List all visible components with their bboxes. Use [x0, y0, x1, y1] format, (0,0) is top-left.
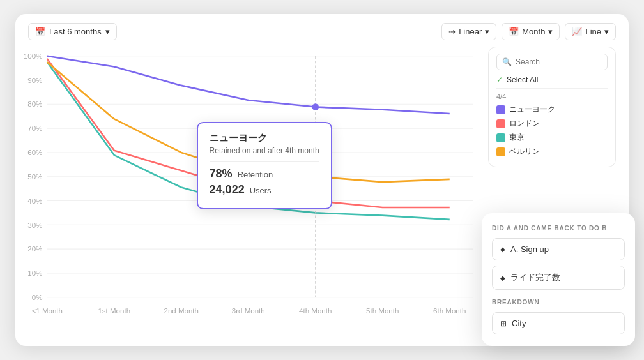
chevron-down-icon-linear: ▾ — [485, 27, 489, 36]
svg-text:1st Month: 1st Month — [98, 307, 130, 315]
legend-label-tokyo: 東京 — [509, 132, 525, 143]
legend-search-input[interactable] — [516, 57, 602, 66]
svg-point-30 — [312, 103, 319, 110]
svg-text:90%: 90% — [27, 77, 42, 84]
legend-label-berlin: ベルリン — [509, 146, 540, 157]
svg-text:20%: 20% — [27, 245, 42, 253]
month-control-button[interactable]: 📅 Month ▾ — [502, 23, 560, 40]
legend-count: 4/4 — [496, 93, 608, 100]
svg-text:70%: 70% — [27, 124, 42, 132]
tooltip: ニューヨーク Retained on and after 4th month 7… — [197, 122, 332, 209]
table-icon: ⊞ — [500, 319, 507, 328]
svg-text:30%: 30% — [27, 221, 42, 229]
month-label: Month — [522, 27, 545, 36]
svg-text:60%: 60% — [27, 149, 42, 156]
date-filter-button[interactable]: 📅 Last 6 months ▾ — [28, 23, 117, 40]
legend-item-berlin[interactable]: ベルリン — [496, 146, 608, 157]
action-a-button[interactable]: ◆ A. Sign up — [492, 238, 625, 260]
line-control-button[interactable]: 📈 Line ▾ — [565, 23, 616, 40]
diamond-a-icon: ◆ — [500, 246, 505, 253]
svg-text:100%: 100% — [24, 52, 43, 60]
tooltip-retention-value: 78% — [210, 167, 233, 181]
side-card: DID A AND CAME BACK TO DO B ◆ A. Sign up… — [482, 213, 635, 346]
line-label: Line — [585, 27, 601, 36]
linear-icon: ⇢ — [448, 27, 456, 36]
legend-color-berlin — [496, 147, 505, 156]
tooltip-users-label: Users — [250, 186, 272, 195]
breakdown-city-label: City — [512, 319, 526, 328]
svg-text:2nd Month: 2nd Month — [164, 307, 199, 315]
tooltip-city: ニューヨーク — [210, 132, 319, 144]
legend-search-box[interactable]: 🔍 — [496, 54, 608, 70]
tooltip-users-row: 24,022 Users — [210, 183, 319, 197]
breakdown-city-button[interactable]: ⊞ City — [492, 312, 625, 334]
legend-color-newyork — [496, 105, 505, 114]
select-all-row[interactable]: ✓ Select All — [496, 75, 608, 89]
chart-container: 100% 90% 80% 70% 60% 50% 40% 30% 20% 10%… — [22, 47, 482, 315]
legend-item-tokyo[interactable]: 東京 — [496, 132, 608, 143]
legend-item-newyork[interactable]: ニューヨーク — [496, 104, 608, 115]
breakdown-section-title: BREAKDOWN — [492, 299, 625, 306]
diamond-b-icon: ◆ — [500, 274, 505, 281]
legend-label-newyork: ニューヨーク — [509, 104, 555, 115]
search-icon: 🔍 — [502, 57, 512, 66]
linear-control-button[interactable]: ⇢ Linear ▾ — [441, 23, 496, 40]
chevron-down-icon: ▾ — [105, 27, 110, 36]
chevron-down-icon-month: ▾ — [548, 27, 553, 36]
checkmark-icon: ✓ — [496, 75, 503, 84]
svg-text:3rd Month: 3rd Month — [232, 307, 265, 315]
top-bar-left: 📅 Last 6 months ▾ — [28, 23, 117, 40]
top-bar: 📅 Last 6 months ▾ ⇢ Linear ▾ 📅 Month ▾ 📈… — [15, 14, 629, 40]
line-chart-icon: 📈 — [572, 27, 582, 36]
select-all-label: Select All — [507, 75, 538, 84]
svg-text:6th Month: 6th Month — [433, 307, 466, 315]
tooltip-subtitle: Retained on and after 4th month — [210, 146, 319, 155]
legend-item-london[interactable]: ロンドン — [496, 118, 608, 129]
svg-text:50%: 50% — [27, 173, 42, 181]
svg-text:5th Month: 5th Month — [366, 307, 399, 315]
tooltip-users-value: 24,022 — [210, 183, 245, 197]
main-card: 📅 Last 6 months ▾ ⇢ Linear ▾ 📅 Month ▾ 📈… — [15, 14, 629, 346]
action-b-button[interactable]: ◆ ライド完了数 — [492, 266, 625, 290]
legend-color-london — [496, 119, 505, 128]
svg-text:0%: 0% — [32, 294, 43, 301]
action-b-label: ライド完了数 — [510, 272, 560, 283]
chevron-down-icon-line: ▾ — [604, 27, 609, 36]
legend-panel: 🔍 ✓ Select All 4/4 ニューヨーク ロンドン — [488, 47, 616, 167]
linear-label: Linear — [459, 27, 482, 36]
legend-label-london: ロンドン — [509, 118, 540, 129]
svg-text:10%: 10% — [27, 269, 42, 277]
date-filter-label: Last 6 months — [49, 27, 102, 36]
svg-text:40%: 40% — [27, 197, 42, 205]
legend-color-tokyo — [496, 133, 505, 142]
svg-text:4th Month: 4th Month — [299, 307, 332, 315]
tooltip-retention-row: 78% Retention — [210, 167, 319, 181]
top-bar-right: ⇢ Linear ▾ 📅 Month ▾ 📈 Line ▾ — [441, 23, 616, 40]
svg-text:80%: 80% — [27, 101, 42, 109]
tooltip-retention-label: Retention — [238, 170, 273, 179]
calendar-icon: 📅 — [35, 27, 45, 36]
action-a-label: A. Sign up — [510, 244, 549, 254]
calendar-month-icon: 📅 — [509, 27, 519, 36]
svg-text:<1 Month: <1 Month — [32, 307, 63, 315]
did-section-title: DID A AND CAME BACK TO DO B — [492, 225, 625, 232]
